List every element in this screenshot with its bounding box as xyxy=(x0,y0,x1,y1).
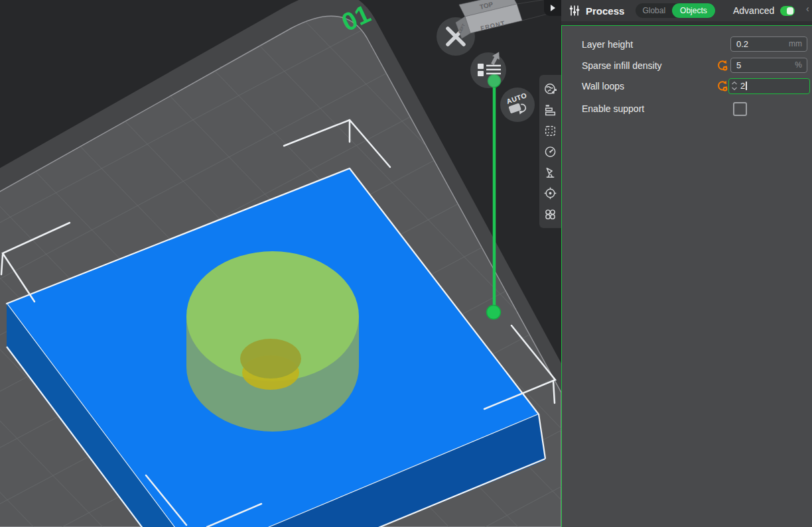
scene-canvas: 01 xyxy=(0,0,561,527)
layer-height-value: 0.2 xyxy=(736,37,748,51)
process-settings: Layer height 0.2 mm Sparse infill densit… xyxy=(561,25,812,527)
slicer-app: 01 xyxy=(0,0,812,527)
others-clover-icon[interactable] xyxy=(543,207,557,221)
revert-orange-icon[interactable] xyxy=(716,80,728,92)
setting-row-layer-height: Layer height 0.2 mm xyxy=(562,36,812,52)
panel-title: Process xyxy=(586,5,624,17)
process-panel-header: Process Global Objects Advanced ‹ xyxy=(561,0,812,21)
support-icon[interactable] xyxy=(543,166,557,180)
wall-loops-value: 2 xyxy=(740,79,747,93)
wall-loops-input[interactable]: 2 xyxy=(728,78,810,94)
scope-objects-button[interactable]: Objects xyxy=(672,3,715,18)
text-caret xyxy=(746,82,747,90)
panel-collapse-tab[interactable] xyxy=(544,0,561,16)
scope-global-button[interactable]: Global xyxy=(636,3,672,18)
sliders-icon xyxy=(569,5,580,17)
inner-cylinder-top xyxy=(240,339,301,379)
spinner-stepper[interactable] xyxy=(731,81,738,91)
layer-bars-icon[interactable] xyxy=(543,103,557,117)
globe-icon[interactable] xyxy=(543,82,557,96)
sparse-infill-input[interactable]: 5 % xyxy=(730,58,807,73)
setting-row-wall-loops: Wall loops 2 xyxy=(562,78,812,94)
revert-orange-icon[interactable] xyxy=(716,60,728,72)
process-panel: Process Global Objects Advanced ‹ Layer … xyxy=(561,0,812,527)
setting-row-sparse-infill: Sparse infill density 5 % xyxy=(562,58,812,74)
layer-height-unit: mm xyxy=(789,37,802,51)
advanced-toggle[interactable] xyxy=(780,6,795,16)
auto-arrange-button[interactable]: AUTO xyxy=(500,88,535,122)
scope-toggle: Global Objects xyxy=(636,3,714,18)
advanced-label: Advanced xyxy=(733,5,774,16)
advanced-toggle-knob xyxy=(787,7,793,15)
infill-marquee-icon[interactable] xyxy=(543,124,557,138)
sparse-infill-label: Sparse infill density xyxy=(582,58,662,74)
precision-target-icon[interactable] xyxy=(543,186,557,200)
collapse-chevron-icon[interactable]: ‹ xyxy=(806,3,809,14)
sparse-infill-unit: % xyxy=(795,58,802,72)
clipping-slider-handle-bottom[interactable] xyxy=(487,306,501,320)
viewport-3d: 01 xyxy=(0,0,561,527)
parameter-category-strip xyxy=(539,75,561,228)
sparse-infill-value: 5 xyxy=(736,58,741,72)
speedometer-icon[interactable] xyxy=(543,145,557,158)
layer-height-label: Layer height xyxy=(582,36,633,52)
enable-support-label: Enable support xyxy=(582,101,644,117)
collapse-arrow-icon xyxy=(550,5,555,11)
layer-height-input[interactable]: 0.2 mm xyxy=(730,36,807,52)
enable-support-checkbox[interactable] xyxy=(733,102,747,116)
wall-loops-label: Wall loops xyxy=(582,78,624,94)
wall-loops-number: 2 xyxy=(740,81,745,91)
setting-row-enable-support: Enable support xyxy=(562,101,812,117)
